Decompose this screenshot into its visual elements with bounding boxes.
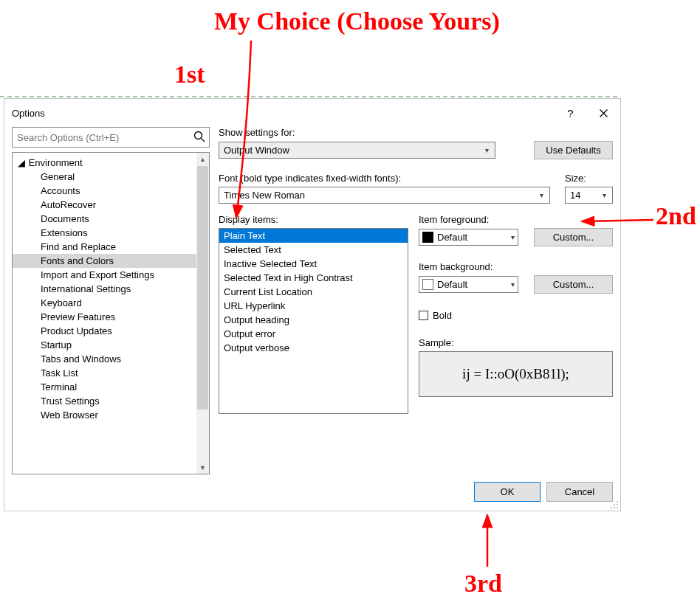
chevron-down-icon: ▾: [481, 146, 492, 154]
search-icon: [193, 130, 206, 143]
size-value: 14: [570, 190, 599, 201]
search-field[interactable]: [12, 127, 210, 148]
tree-item[interactable]: Task List: [13, 366, 196, 380]
list-item[interactable]: Inactive Selected Text: [219, 257, 408, 271]
tree-root-environment[interactable]: ◢ Environment: [13, 156, 196, 170]
tree-item[interactable]: Documents: [13, 212, 196, 226]
settings-panel: Show settings for: Output Window ▾ Use D…: [219, 127, 613, 474]
svg-point-8: [614, 507, 615, 508]
background-custom-button[interactable]: Custom...: [534, 275, 613, 294]
annotation-third: 3rd: [464, 570, 502, 598]
font-dropdown[interactable]: Times New Roman ▾: [219, 187, 550, 204]
sample-preview: ij = I::oO(0xB81l);: [419, 351, 613, 397]
bold-checkbox[interactable]: Bold: [419, 310, 613, 321]
tree-item[interactable]: Startup: [13, 338, 196, 352]
list-item[interactable]: Selected Text in High Contrast: [219, 271, 408, 285]
checkbox-box: [419, 311, 428, 320]
tree-item[interactable]: Extensions: [13, 226, 196, 240]
color-swatch-icon: [422, 279, 433, 290]
tree-item[interactable]: Tabs and Windows: [13, 352, 196, 366]
tree-item[interactable]: Trust Settings: [13, 394, 196, 408]
tree-item[interactable]: Accounts: [13, 184, 196, 198]
background-label: Item background:: [419, 261, 613, 272]
tree-item[interactable]: Fonts and Colors: [13, 254, 196, 268]
list-item[interactable]: URL Hyperlink: [219, 299, 408, 313]
show-settings-value: Output Window: [224, 145, 481, 156]
background-value: Default: [437, 279, 507, 290]
annotation-my-choice: My Choice (Choose Yours): [214, 7, 500, 35]
chevron-down-icon: ▾: [511, 233, 515, 241]
color-swatch-icon: [422, 232, 433, 243]
tree-item[interactable]: AutoRecover: [13, 198, 196, 212]
scroll-thumb[interactable]: [197, 166, 208, 410]
background-dropdown[interactable]: Default ▾: [419, 276, 518, 293]
foreground-value: Default: [437, 232, 507, 243]
dialog-title: Options: [12, 108, 45, 119]
titlebar: Options ?: [4, 99, 620, 127]
display-items-list[interactable]: Plain TextSelected TextInactive Selected…: [219, 228, 408, 414]
size-label: Size:: [565, 173, 613, 184]
tree-item[interactable]: Find and Replace: [13, 240, 196, 254]
tree-scrollbar[interactable]: ▲ ▼: [196, 153, 209, 474]
svg-point-2: [195, 132, 202, 139]
svg-point-6: [617, 504, 618, 505]
resize-grip-icon[interactable]: [610, 500, 619, 509]
list-item[interactable]: Selected Text: [219, 243, 408, 257]
chevron-down-icon: ▾: [599, 191, 609, 199]
list-item[interactable]: Output verbose: [219, 341, 408, 355]
tree-item[interactable]: General: [13, 170, 196, 184]
tree-item[interactable]: International Settings: [13, 282, 196, 296]
use-defaults-button[interactable]: Use Defaults: [534, 141, 613, 159]
help-button[interactable]: ?: [554, 102, 587, 124]
annotation-first: 1st: [174, 61, 205, 89]
annotation-second: 2nd: [656, 202, 696, 230]
sample-label: Sample:: [419, 337, 613, 348]
size-dropdown[interactable]: 14 ▾: [565, 187, 613, 204]
tree-item[interactable]: Preview Features: [13, 310, 196, 324]
tree-item[interactable]: Import and Export Settings: [13, 268, 196, 282]
svg-point-4: [617, 501, 618, 502]
tree-item[interactable]: Product Updates: [13, 324, 196, 338]
svg-point-9: [617, 507, 618, 508]
scroll-up-icon[interactable]: ▲: [196, 153, 209, 165]
search-input[interactable]: [13, 128, 209, 147]
bold-label: Bold: [433, 310, 452, 321]
chevron-down-icon: ▾: [511, 280, 515, 289]
close-icon: [600, 109, 608, 117]
category-tree[interactable]: ◢ EnvironmentGeneralAccountsAutoRecoverD…: [12, 152, 210, 474]
svg-line-3: [202, 139, 205, 142]
foreground-label: Item foreground:: [419, 214, 613, 225]
svg-point-7: [611, 507, 612, 508]
font-value: Times New Roman: [224, 190, 536, 201]
scroll-down-icon[interactable]: ▼: [196, 461, 209, 474]
list-item[interactable]: Current List Location: [219, 285, 408, 299]
list-item[interactable]: Plain Text: [219, 229, 408, 243]
show-settings-label: Show settings for:: [219, 127, 613, 138]
close-button[interactable]: [587, 102, 620, 124]
show-settings-dropdown[interactable]: Output Window ▾: [219, 142, 495, 159]
list-item[interactable]: Output error: [219, 327, 408, 341]
svg-point-5: [614, 504, 615, 505]
chevron-down-icon: ▾: [536, 191, 546, 199]
tree-item[interactable]: Web Browser: [13, 408, 196, 422]
foreground-custom-button[interactable]: Custom...: [534, 228, 613, 246]
cancel-button[interactable]: Cancel: [546, 482, 613, 502]
tree-root-label: Environment: [29, 156, 83, 170]
options-dialog: Options ? ◢ EnvironmentGeneralAccountsAu…: [4, 98, 621, 511]
foreground-dropdown[interactable]: Default ▾: [419, 229, 518, 246]
dialog-footer: OK Cancel: [4, 474, 620, 511]
list-item[interactable]: Output heading: [219, 313, 408, 327]
tree-item[interactable]: Keyboard: [13, 296, 196, 310]
tree-item[interactable]: Terminal: [13, 380, 196, 394]
ok-button[interactable]: OK: [474, 482, 541, 502]
left-column: ◢ EnvironmentGeneralAccountsAutoRecoverD…: [12, 127, 210, 474]
display-items-label: Display items:: [219, 214, 408, 225]
font-label: Font (bold type indicates fixed-width fo…: [219, 173, 550, 184]
collapse-icon: ◢: [17, 156, 26, 170]
